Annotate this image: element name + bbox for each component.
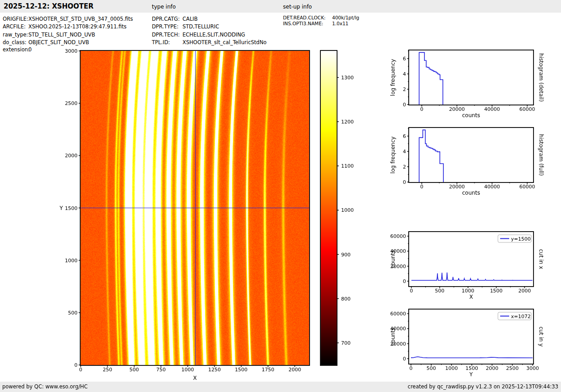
meta-row-dprcatg: DPR.CATG:CALIB — [152, 16, 198, 22]
svg-text:750: 750 — [156, 367, 166, 373]
meta-value: 0 — [28, 46, 32, 53]
svg-text:0: 0 — [403, 356, 406, 362]
svg-text:1000: 1000 — [65, 258, 78, 264]
meta-label: raw_type: — [3, 32, 28, 38]
meta-label: INS.OPTI3.NAME: — [283, 21, 332, 26]
svg-text:2500: 2500 — [65, 100, 78, 106]
svg-text:60000: 60000 — [520, 184, 535, 190]
svg-text:log frequency: log frequency — [390, 59, 396, 96]
footer-created-by: created by qc_rawdisp.py v1.2.3 on 2025-… — [408, 383, 558, 390]
meta-row-origfile: ORIGFILE:XSHOOTER_SLT_STD_UVB_347_0005.f… — [3, 16, 133, 22]
svg-text:0: 0 — [410, 365, 413, 371]
meta-row-arcfile: ARCFILE:XSHOO.2025-12-13T08:29:47.911.fi… — [3, 23, 127, 30]
svg-text:0: 0 — [403, 179, 406, 185]
svg-text:4: 4 — [403, 149, 406, 155]
meta-row-dprtech: DPR.TECH:ECHELLE,SLIT,NODDING — [152, 32, 245, 38]
svg-text:40000: 40000 — [390, 248, 406, 254]
svg-text:x=1072: x=1072 — [511, 314, 531, 319]
meta-label: DPR.TYPE: — [152, 23, 182, 30]
svg-text:1500: 1500 — [235, 367, 247, 373]
svg-text:0: 0 — [420, 184, 424, 190]
meta-label: DPR.CATG: — [152, 16, 182, 22]
type-info-heading: type info — [152, 4, 176, 10]
svg-text:2000: 2000 — [518, 288, 531, 294]
svg-text:250: 250 — [103, 367, 112, 373]
svg-text:2000: 2000 — [65, 153, 78, 159]
svg-text:1000: 1000 — [182, 367, 194, 373]
svg-text:20000: 20000 — [390, 264, 406, 269]
meta-row-readclock: DET.READ.CLOCK:400k/1pt/lg — [283, 15, 359, 20]
svg-text:histogram (full): histogram (full) — [538, 134, 544, 176]
svg-text:500: 500 — [129, 367, 139, 373]
meta-row-rawtype: raw_type:STD_TELL_SLIT_NOD_UVB — [3, 32, 95, 38]
svg-text:X: X — [193, 375, 196, 381]
svg-text:20000: 20000 — [449, 106, 465, 112]
meta-value: OBJECT_SLIT_NOD_UVB — [28, 39, 89, 46]
meta-value: 1.0x11 — [332, 21, 348, 26]
svg-text:1250: 1250 — [208, 367, 221, 373]
svg-text:0: 0 — [403, 102, 406, 108]
svg-text:0: 0 — [410, 288, 413, 294]
svg-text:Y: Y — [469, 371, 473, 378]
meta-row-extension: extension:0 — [3, 46, 32, 53]
svg-text:counts: counts — [462, 190, 480, 196]
svg-text:20000: 20000 — [390, 341, 406, 347]
meta-label: ARCFILE: — [3, 23, 28, 30]
svg-text:800: 800 — [341, 296, 351, 302]
svg-text:40000: 40000 — [390, 326, 406, 332]
svg-text:X: X — [469, 294, 473, 300]
svg-text:2: 2 — [403, 164, 406, 170]
svg-text:1000: 1000 — [462, 288, 474, 294]
svg-text:40000: 40000 — [484, 184, 500, 190]
meta-row-tplid: TPL.ID:XSHOOTER_slt_cal_TelluricStdNo — [152, 39, 267, 46]
meta-row-doclass: do_class:OBJECT_SLIT_NOD_UVB — [3, 39, 89, 46]
svg-text:500: 500 — [68, 310, 78, 316]
svg-text:1300: 1300 — [341, 75, 354, 81]
colorbar-gradient — [321, 51, 337, 365]
svg-text:counts: counts — [390, 328, 396, 346]
svg-text:6: 6 — [403, 56, 406, 62]
svg-text:Y: Y — [59, 205, 63, 211]
meta-label: DET.READ.CLOCK: — [283, 15, 332, 20]
svg-text:1500: 1500 — [65, 205, 78, 211]
meta-value: XSHOOTER_SLT_STD_UVB_347_0005.fits — [28, 16, 133, 22]
meta-value: XSHOOTER_slt_cal_TelluricStdNo — [182, 39, 267, 46]
meta-value: CALIB — [182, 16, 198, 22]
meta-label: ORIGFILE: — [3, 16, 28, 22]
meta-label: DPR.TECH: — [152, 32, 182, 38]
svg-text:cut in y: cut in y — [538, 327, 544, 347]
meta-row-dprtype: DPR.TYPE:STD,TELLURIC — [152, 23, 219, 30]
svg-text:3000: 3000 — [526, 365, 539, 371]
meta-row-opti3: INS.OPTI3.NAME:1.0x11 — [283, 21, 348, 26]
svg-text:500: 500 — [427, 365, 436, 371]
svg-text:2000: 2000 — [288, 367, 301, 373]
svg-text:60000: 60000 — [390, 233, 406, 239]
qc-report-page: { "header": { "title": "2025-12-12: XSHO… — [0, 0, 561, 392]
svg-text:2: 2 — [403, 87, 406, 92]
svg-text:1500: 1500 — [490, 288, 502, 294]
page-title: 2025-12-12: XSHOOTER — [4, 2, 94, 10]
svg-text:2000: 2000 — [486, 365, 498, 371]
svg-text:histogram (detail): histogram (detail) — [538, 53, 544, 102]
svg-text:500: 500 — [435, 288, 444, 294]
svg-text:2500: 2500 — [506, 365, 519, 371]
svg-text:6: 6 — [403, 133, 406, 139]
meta-value: STD_TELL_SLIT_NOD_UVB — [28, 32, 95, 38]
svg-text:log frequency: log frequency — [390, 137, 396, 173]
meta-label: extension: — [3, 46, 28, 53]
svg-text:y=1500: y=1500 — [511, 236, 531, 242]
svg-text:60000: 60000 — [520, 106, 535, 112]
svg-text:counts: counts — [462, 112, 480, 119]
svg-text:900: 900 — [341, 252, 351, 258]
svg-text:3000: 3000 — [65, 48, 78, 54]
svg-text:counts: counts — [390, 250, 396, 268]
footer-powered-by: powered by QC: www.eso.org/HC — [2, 383, 87, 390]
meta-value: XSHOO.2025-12-13T08:29:47.911.fits — [28, 23, 127, 30]
svg-text:1750: 1750 — [262, 367, 274, 373]
meta-value: STD,TELLURIC — [182, 23, 219, 30]
meta-value: 400k/1pt/lg — [332, 15, 359, 20]
svg-text:1500: 1500 — [465, 365, 478, 371]
svg-text:1200: 1200 — [341, 119, 354, 125]
svg-text:0: 0 — [403, 278, 406, 284]
svg-text:60000: 60000 — [390, 311, 406, 317]
